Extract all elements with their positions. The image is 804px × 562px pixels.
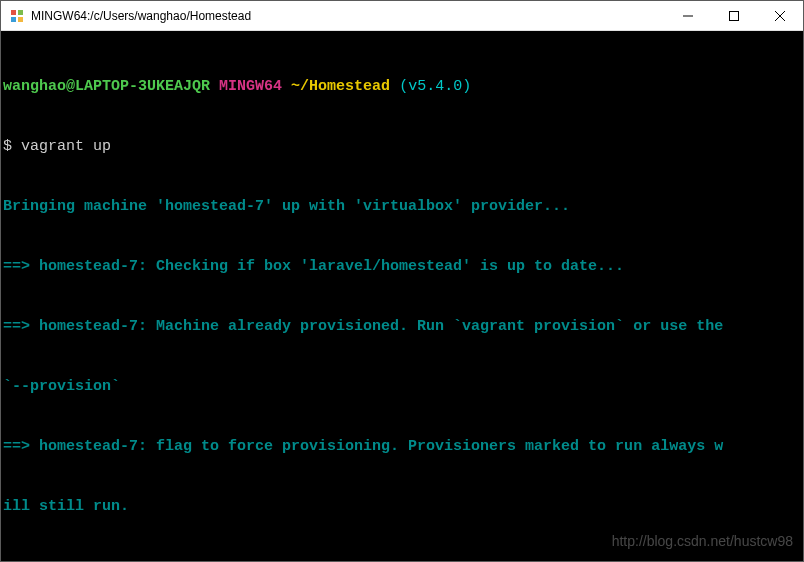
arrow-icon: ==> — [3, 438, 39, 455]
terminal-body[interactable]: wanghao@LAPTOP-3UKEAJQR MINGW64 ~/Homest… — [1, 31, 803, 561]
output-text: flag to force provisioning. Provisioners… — [147, 438, 723, 455]
machine-name: homestead-7: — [39, 318, 147, 335]
prompt-version: (v5.4.0) — [399, 78, 471, 95]
minimize-button[interactable] — [665, 1, 711, 30]
titlebar[interactable]: MINGW64:/c/Users/wanghao/Homestead — [1, 1, 803, 31]
command-line: $ vagrant up — [3, 137, 801, 157]
output-line: ill still run. — [3, 497, 801, 517]
arrow-icon: ==> — [3, 258, 39, 275]
window-title: MINGW64:/c/Users/wanghao/Homestead — [31, 9, 665, 23]
maximize-button[interactable] — [711, 1, 757, 30]
output-line: ==> homestead-7: Machine already provisi… — [3, 317, 801, 337]
svg-rect-2 — [11, 17, 16, 22]
output-text: Machine already provisioned. Run `vagran… — [147, 318, 723, 335]
terminal-window: MINGW64:/c/Users/wanghao/Homestead wangh… — [0, 0, 804, 562]
window-controls — [665, 1, 803, 30]
svg-rect-1 — [18, 10, 23, 15]
prompt-symbol: $ — [3, 138, 12, 155]
app-icon — [9, 8, 25, 24]
blank-line — [3, 557, 801, 561]
close-button[interactable] — [757, 1, 803, 30]
svg-rect-0 — [11, 10, 16, 15]
typed-command: vagrant up — [21, 138, 111, 155]
machine-name: homestead-7: — [39, 438, 147, 455]
prompt-user: wanghao@LAPTOP-3UKEAJQR — [3, 78, 210, 95]
svg-rect-3 — [18, 17, 23, 22]
output-line: ==> homestead-7: flag to force provision… — [3, 437, 801, 457]
output-text: Checking if box 'laravel/homestead' is u… — [147, 258, 624, 275]
svg-rect-5 — [730, 11, 739, 20]
output-line: Bringing machine 'homestead-7' up with '… — [3, 197, 801, 217]
prompt-line: wanghao@LAPTOP-3UKEAJQR MINGW64 ~/Homest… — [3, 77, 801, 97]
arrow-icon: ==> — [3, 318, 39, 335]
watermark: http://blog.csdn.net/hustcw98 — [612, 531, 793, 551]
prompt-env: MINGW64 — [219, 78, 282, 95]
output-line: `--provision` — [3, 377, 801, 397]
machine-name: homestead-7: — [39, 258, 147, 275]
output-line: ==> homestead-7: Checking if box 'larave… — [3, 257, 801, 277]
prompt-path: ~/Homestead — [291, 78, 390, 95]
